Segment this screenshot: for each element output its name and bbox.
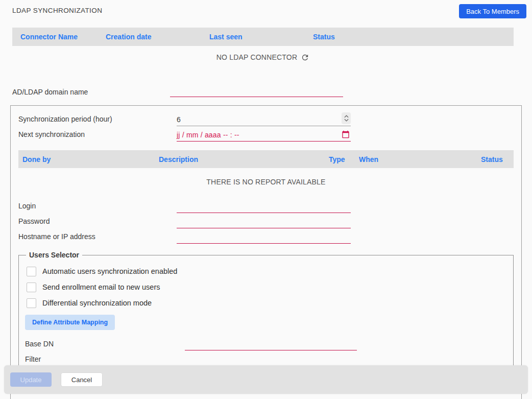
connector-empty-state: NO LDAP CONNECTOR <box>12 46 514 68</box>
col-connector-name: Connector Name <box>20 33 106 41</box>
refresh-icon[interactable] <box>301 53 309 62</box>
filter-row: Filter <box>25 350 507 366</box>
col-report-status: Status <box>481 155 514 163</box>
filter-input[interactable] <box>185 353 357 366</box>
login-label: Login <box>18 202 177 213</box>
col-description: Description <box>159 155 329 163</box>
cancel-button[interactable]: Cancel <box>61 372 103 387</box>
chevron-down-icon <box>344 119 349 122</box>
hostname-row: Hostname or IP address <box>18 228 514 244</box>
col-done-by: Done by <box>22 155 159 163</box>
col-type: Type <box>329 155 359 163</box>
password-row: Password <box>18 213 514 228</box>
sync-period-value: 6 <box>177 115 181 124</box>
hostname-input[interactable] <box>177 230 351 244</box>
number-spinner[interactable] <box>342 112 351 124</box>
auto-sync-label: Automatic users synchronization enabled <box>42 267 177 275</box>
connector-empty-text: NO LDAP CONNECTOR <box>216 53 297 61</box>
differential-sync-label: Differential synchronization mode <box>42 299 152 307</box>
auto-sync-checkbox-row: Automatic users synchronization enabled <box>27 266 507 277</box>
next-sync-date-input[interactable]: jj / mm / aaaa -- : -- <box>177 128 351 142</box>
col-status: Status <box>313 33 514 41</box>
domain-name-input[interactable] <box>170 84 343 97</box>
next-sync-row: Next synchronization jj / mm / aaaa -- :… <box>18 126 514 142</box>
bottom-action-bar: Update Cancel <box>4 365 528 394</box>
page-title: LDAP SYNCHRONIZATION <box>12 4 102 14</box>
login-row: Login <box>18 198 514 213</box>
sync-period-row: Synchronization period (hour) 6 <box>18 111 514 126</box>
col-creation-date: Creation date <box>106 33 209 41</box>
password-input[interactable] <box>177 215 351 228</box>
connector-table-header: Connector Name Creation date Last seen S… <box>12 28 514 46</box>
report-empty-state: THERE IS NO REPORT AVAILABLE <box>18 178 514 186</box>
chevron-up-icon <box>344 115 349 118</box>
back-to-members-button[interactable]: Back To Members <box>459 4 526 18</box>
col-last-seen: Last seen <box>209 33 313 41</box>
ldap-synchronization-page: LDAP SYNCHRONIZATION Back To Members Con… <box>0 0 532 399</box>
differential-sync-checkbox[interactable] <box>27 298 36 308</box>
col-when: When <box>359 155 481 163</box>
enrollment-email-label: Send enrollment email to new users <box>42 283 160 291</box>
report-table-header: Done by Description Type When Status <box>18 150 514 168</box>
next-sync-placeholder: jj / mm / aaaa -- : -- <box>177 131 239 139</box>
calendar-icon[interactable] <box>342 130 350 138</box>
password-label: Password <box>18 217 177 228</box>
update-button[interactable]: Update <box>10 372 52 387</box>
sync-period-input[interactable]: 6 <box>177 113 351 126</box>
filter-label: Filter <box>25 355 185 366</box>
page-header: LDAP SYNCHRONIZATION Back To Members <box>0 0 532 24</box>
enrollment-email-checkbox[interactable] <box>27 283 36 292</box>
base-dn-label: Base DN <box>25 340 185 350</box>
hostname-label: Hostname or IP address <box>18 232 177 244</box>
domain-name-row: AD/LDAP domain name <box>12 80 532 97</box>
differential-sync-checkbox-row: Differential synchronization mode <box>27 297 507 309</box>
sync-period-label: Synchronization period (hour) <box>18 115 177 126</box>
domain-name-label: AD/LDAP domain name <box>12 88 170 97</box>
users-selector-legend: Users Selector <box>26 251 82 259</box>
auto-sync-checkbox[interactable] <box>27 267 36 276</box>
next-sync-label: Next synchronization <box>18 130 177 142</box>
enrollment-email-checkbox-row: Send enrollment email to new users <box>27 281 507 293</box>
base-dn-input[interactable] <box>185 337 357 350</box>
login-input[interactable] <box>177 200 351 213</box>
connector-table: Connector Name Creation date Last seen S… <box>12 28 514 68</box>
base-dn-row: Base DN <box>25 335 507 350</box>
define-attribute-mapping-button[interactable]: Define Attribute Mapping <box>25 315 115 330</box>
synchronization-settings-box: Synchronization period (hour) 6 Next syn… <box>10 105 522 399</box>
users-selector-fieldset: Users Selector Automatic users synchroni… <box>18 251 514 376</box>
